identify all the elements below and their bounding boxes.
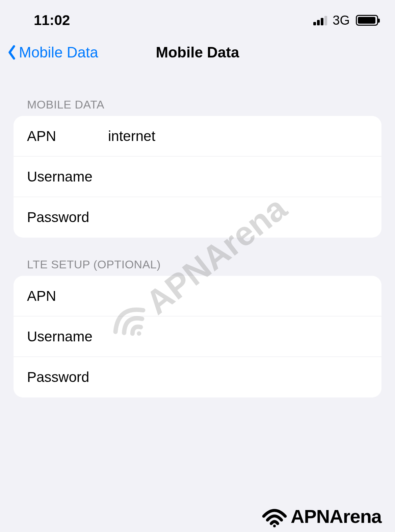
section-header-mobile-data: Mobile Data xyxy=(0,98,395,116)
lte-username-input[interactable] xyxy=(108,329,368,345)
section-header-lte-setup: LTE Setup (Optional) xyxy=(0,258,395,276)
wifi-icon xyxy=(261,506,288,527)
status-time: 11:02 xyxy=(34,12,70,28)
apn-input[interactable] xyxy=(108,128,368,144)
status-indicators: 3G xyxy=(313,13,378,28)
apn-row[interactable]: APN xyxy=(14,116,381,156)
network-type-label: 3G xyxy=(333,13,350,28)
bottom-logo: APNArena xyxy=(261,505,381,527)
password-label: Password xyxy=(27,209,108,225)
page-title: Mobile Data xyxy=(156,44,239,61)
chevron-left-icon xyxy=(7,45,17,60)
password-row[interactable]: Password xyxy=(14,197,381,238)
password-input[interactable] xyxy=(108,209,368,225)
back-button[interactable]: Mobile Data xyxy=(7,44,98,61)
svg-point-1 xyxy=(273,525,276,527)
cellular-signal-icon xyxy=(313,15,327,25)
lte-password-label: Password xyxy=(27,369,108,385)
lte-username-row[interactable]: Username xyxy=(14,316,381,357)
mobile-data-group: APN Username Password xyxy=(14,116,381,238)
lte-apn-label: APN xyxy=(27,288,108,304)
navigation-bar: Mobile Data Mobile Data xyxy=(0,34,395,74)
lte-apn-row[interactable]: APN xyxy=(14,276,381,316)
username-input[interactable] xyxy=(108,169,368,185)
lte-setup-group: APN Username Password xyxy=(14,276,381,397)
lte-password-row[interactable]: Password xyxy=(14,357,381,397)
lte-username-label: Username xyxy=(27,329,108,345)
battery-icon xyxy=(356,15,378,26)
lte-password-input[interactable] xyxy=(108,369,368,385)
status-bar: 11:02 3G xyxy=(0,0,395,34)
username-row[interactable]: Username xyxy=(14,156,381,197)
username-label: Username xyxy=(27,169,108,185)
lte-apn-input[interactable] xyxy=(108,288,368,304)
bottom-logo-text: APNArena xyxy=(291,505,381,527)
back-button-label: Mobile Data xyxy=(19,44,98,61)
apn-label: APN xyxy=(27,128,108,144)
